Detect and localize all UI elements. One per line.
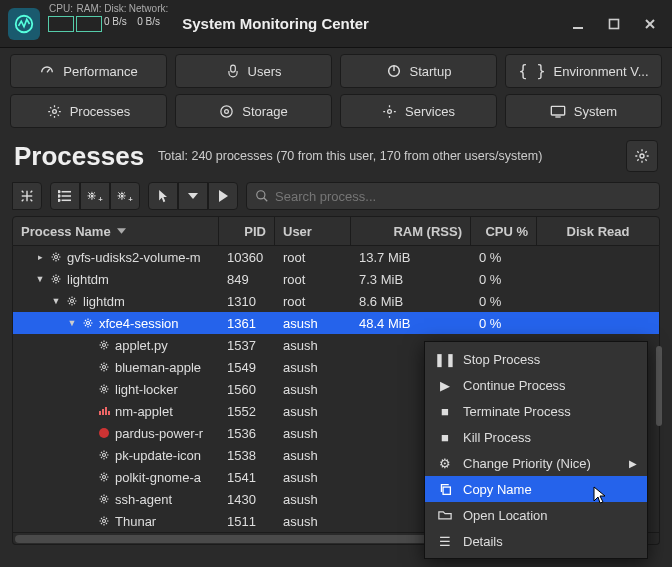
tree-caret-icon[interactable]: [83, 340, 93, 350]
cell-user: asush: [275, 426, 351, 441]
sort-desc-icon: [117, 228, 126, 234]
table-row[interactable]: ▼lightdm1310root8.6 MiB0 %: [13, 290, 659, 312]
cell-pid: 1361: [219, 316, 275, 331]
table-row[interactable]: ▸gvfs-udisks2-volume-m10360root13.7 MiB0…: [13, 246, 659, 268]
search-icon: [255, 189, 269, 203]
tree-caret-icon[interactable]: [83, 516, 93, 526]
tree-caret-icon[interactable]: ▸: [35, 252, 45, 262]
cell-pid: 1536: [219, 426, 275, 441]
search-input[interactable]: [275, 189, 651, 204]
cell-cpu: 0 %: [471, 294, 537, 309]
process-name: lightdm: [83, 294, 125, 309]
tree-caret-icon[interactable]: [83, 362, 93, 372]
titlebar: CPU: RAM: Disk:0 B/s Network:0 B/s Syste…: [0, 0, 672, 48]
col-cpu[interactable]: CPU %: [471, 217, 537, 245]
menu-nice[interactable]: ⚙Change Priority (Nice)▶: [425, 450, 647, 476]
process-icon: [97, 426, 111, 440]
svg-line-5: [47, 69, 50, 72]
process-name: light-locker: [115, 382, 178, 397]
process-icon: [97, 382, 111, 396]
tab-label: Storage: [242, 104, 288, 119]
pointer-button[interactable]: [148, 182, 178, 210]
window-title: System Monitoring Center: [182, 15, 369, 32]
tab-users[interactable]: Users: [175, 54, 332, 88]
settings-button[interactable]: [626, 140, 658, 172]
col-ram[interactable]: RAM (RSS): [351, 217, 471, 245]
search-box[interactable]: [246, 182, 660, 210]
menu-open-location[interactable]: Open Location: [425, 502, 647, 528]
cell-pid: 1552: [219, 404, 275, 419]
tree-caret-icon[interactable]: [83, 406, 93, 416]
tab-processes[interactable]: Processes: [10, 94, 167, 128]
col-disk[interactable]: Disk Read: [537, 217, 659, 245]
user-filter-plus-button[interactable]: ⛯₊: [80, 182, 110, 210]
close-button[interactable]: [636, 10, 664, 38]
maximize-button[interactable]: [600, 10, 628, 38]
page-header: Processes Total: 240 processes (70 from …: [0, 134, 672, 182]
svg-point-24: [257, 191, 265, 199]
play-button[interactable]: [208, 182, 238, 210]
svg-rect-6: [230, 65, 235, 72]
tab-system[interactable]: System: [505, 94, 662, 128]
table-row[interactable]: ▼xfce4-session1361asush48.4 MiB0 %: [13, 312, 659, 334]
menu-details[interactable]: ☰Details: [425, 528, 647, 554]
user-filter-button[interactable]: ⛯₊: [110, 182, 140, 210]
submenu-arrow-icon: ▶: [629, 458, 637, 469]
cell-user: asush: [275, 448, 351, 463]
pause-icon: ❚❚: [437, 352, 453, 367]
tab-label: Performance: [63, 64, 137, 79]
col-pid[interactable]: PID: [219, 217, 275, 245]
sys-graphs: CPU: RAM: Disk:0 B/s Network:0 B/s: [48, 3, 168, 45]
menu-terminate[interactable]: ■Terminate Process: [425, 398, 647, 424]
minimize-button[interactable]: [564, 10, 592, 38]
svg-point-35: [103, 476, 106, 479]
tree-caret-icon[interactable]: ▼: [35, 274, 45, 284]
tab-env[interactable]: { }Environment V...: [505, 54, 662, 88]
svg-point-28: [71, 300, 74, 303]
tab-storage[interactable]: Storage: [175, 94, 332, 128]
menu-stop[interactable]: ❚❚Stop Process: [425, 346, 647, 372]
v-scrollbar[interactable]: [656, 346, 662, 426]
disk-label: Disk:: [104, 3, 126, 15]
tree-caret-icon[interactable]: ▼: [67, 318, 77, 328]
tree-caret-icon[interactable]: [83, 450, 93, 460]
tab-performance[interactable]: Performance: [10, 54, 167, 88]
dropdown-button[interactable]: [178, 182, 208, 210]
tree-caret-icon[interactable]: ▼: [51, 296, 61, 306]
menu-kill[interactable]: ■Kill Process: [425, 424, 647, 450]
tree-caret-icon[interactable]: [83, 428, 93, 438]
tree-caret-icon[interactable]: [83, 472, 93, 482]
svg-point-9: [52, 109, 56, 113]
tab-startup[interactable]: Startup: [340, 54, 497, 88]
process-icon: [49, 272, 63, 286]
tab-services[interactable]: Services: [340, 94, 497, 128]
process-name: Thunar: [115, 514, 156, 529]
stop-icon: ■: [437, 430, 453, 445]
menu-copy-name[interactable]: Copy Name: [425, 476, 647, 502]
process-icon: [49, 250, 63, 264]
table-row[interactable]: ▼lightdm849root7.3 MiB0 %: [13, 268, 659, 290]
cell-user: asush: [275, 316, 351, 331]
process-icon: [97, 404, 111, 418]
cell-user: asush: [275, 382, 351, 397]
list-view-button[interactable]: [50, 182, 80, 210]
tab-label: System: [574, 104, 617, 119]
page-title: Processes: [14, 141, 144, 172]
col-user[interactable]: User: [275, 217, 351, 245]
tree-caret-icon[interactable]: [83, 384, 93, 394]
expand-all-button[interactable]: [12, 182, 42, 210]
process-name: applet.py: [115, 338, 168, 353]
process-icon: [97, 514, 111, 528]
cell-ram: 13.7 MiB: [351, 250, 471, 265]
menu-continue[interactable]: ▶Continue Process: [425, 372, 647, 398]
cell-pid: 1549: [219, 360, 275, 375]
cell-pid: 10360: [219, 250, 275, 265]
svg-rect-38: [443, 487, 450, 494]
process-name: gvfs-udisks2-volume-m: [67, 250, 201, 265]
cell-pid: 1310: [219, 294, 275, 309]
tree-caret-icon[interactable]: [83, 494, 93, 504]
col-name[interactable]: Process Name: [13, 217, 219, 245]
cell-pid: 849: [219, 272, 275, 287]
list-icon: ☰: [437, 534, 453, 549]
play-icon: ▶: [437, 378, 453, 393]
